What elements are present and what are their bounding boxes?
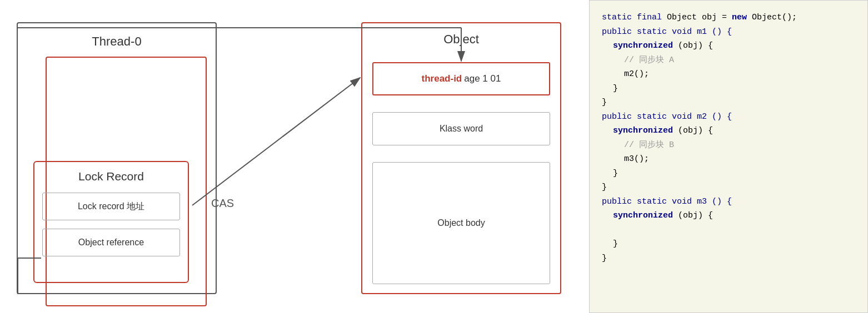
code-line-17: } (602, 251, 855, 266)
code-line-9: // 同步块 B (602, 138, 855, 153)
code-line-8: synchronized (obj) { (602, 124, 855, 138)
lock-addr-label: Lock record 地址 (78, 201, 144, 213)
code-line-14: synchronized (obj) { (602, 209, 855, 223)
klass-word-box: Klass word (372, 112, 550, 145)
code-line-0: static final Object obj = new Object(); (602, 11, 855, 25)
code-line-3: // 同步块 A (602, 53, 855, 68)
code-line-4: m2(); (602, 67, 855, 82)
object-body-box: Object body (372, 162, 550, 284)
diagram-area: Thread-0 Lock Record Lock record 地址 Obje… (0, 0, 589, 313)
code-line-13: public static void m3 () { (602, 195, 855, 209)
code-line-16: } (602, 237, 855, 251)
mark-word-box: thread-id age 1 01 (372, 62, 550, 95)
code-line-5: } (602, 82, 855, 96)
obj-ref-box: Object reference (42, 229, 180, 256)
object-box-label: Object (443, 32, 479, 47)
lock-record-box: Lock Record Lock record 地址 Object refere… (33, 161, 189, 283)
code-line-12: } (602, 180, 855, 195)
mark-word-red: thread-id (422, 73, 462, 84)
lock-addr-box: Lock record 地址 (42, 193, 180, 220)
code-line-7: public static void m2 () { (602, 110, 855, 124)
code-line-15 (602, 223, 855, 238)
cas-label: CAS (211, 197, 234, 210)
klass-word-label: Klass word (440, 124, 483, 134)
lock-record-label: Lock Record (78, 170, 144, 183)
code-line-2: synchronized (obj) { (602, 39, 855, 53)
mark-word-normal: age 1 01 (464, 73, 501, 84)
code-panel: static final Object obj = new Object(); … (589, 0, 868, 313)
svg-line-4 (192, 78, 360, 205)
object-box: Object thread-id age 1 01 Klass word Obj… (361, 22, 561, 294)
obj-ref-label: Object reference (78, 238, 144, 248)
code-line-11: } (602, 166, 855, 181)
code-line-10: m3(); (602, 152, 855, 166)
code-line-1: public static void m1 () { (602, 25, 855, 39)
object-body-label: Object body (437, 218, 485, 228)
thread-box-label: Thread-0 (92, 34, 141, 49)
code-line-6: } (602, 95, 855, 110)
